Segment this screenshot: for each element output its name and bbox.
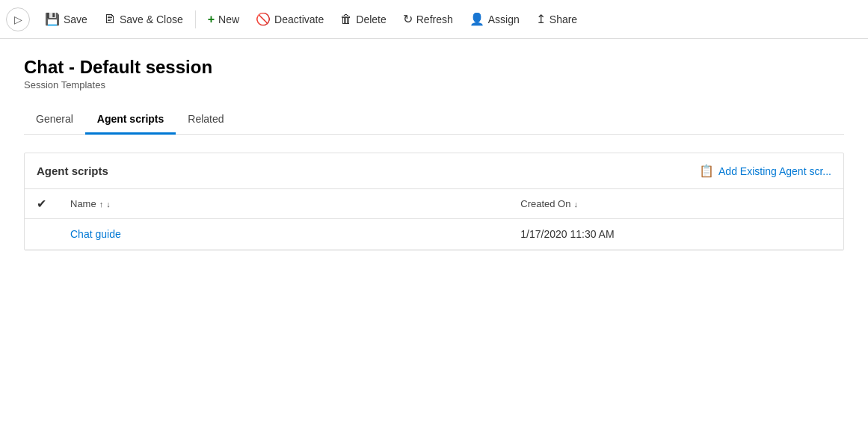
tabs-bar: General Agent scripts Related [24,105,844,135]
col-name-label: Name [70,198,96,209]
main-content: Chat - Default session Session Templates… [0,39,868,251]
new-button[interactable]: + New [200,8,247,31]
row-check-cell[interactable] [25,219,58,250]
agent-script-link[interactable]: Chat guide [70,228,121,240]
add-existing-icon: 📋 [699,164,714,178]
agent-scripts-section: Agent scripts 📋 Add Existing Agent scr..… [24,153,844,251]
col-header-name[interactable]: Name ↑ ↓ [58,189,508,219]
refresh-label: Refresh [416,13,453,25]
page-title: Chat - Default session [24,57,844,78]
deactivate-label: Deactivate [274,13,324,25]
toolbar: ▷ 💾 Save 🖹 Save & Close + New 🚫 Deactiva… [0,0,868,39]
col-header-created-on[interactable]: Created On ↓ [508,189,843,219]
back-icon: ▷ [14,13,22,25]
save-close-label: Save & Close [120,13,183,25]
tab-related[interactable]: Related [176,105,236,135]
share-label: Share [550,13,577,25]
new-icon: + [208,13,215,26]
page-subtitle: Session Templates [24,79,844,90]
section-header: Agent scripts 📋 Add Existing Agent scr..… [25,153,843,189]
save-icon: 💾 [45,12,60,26]
table-header-row: ✔ Name ↑ ↓ Created On ↓ [25,189,843,219]
col-created-on-label: Created On [520,198,570,209]
table-row: Chat guide 1/17/2020 11:30 AM [25,219,843,250]
tab-agent-scripts[interactable]: Agent scripts [85,105,176,135]
save-label: Save [64,13,87,25]
delete-icon: 🗑 [340,13,352,26]
agent-scripts-table: ✔ Name ↑ ↓ Created On ↓ [25,189,843,250]
delete-button[interactable]: 🗑 Delete [333,8,393,31]
tab-general[interactable]: General [24,105,85,135]
save-close-button[interactable]: 🖹 Save & Close [96,8,191,31]
add-existing-agent-script-button[interactable]: 📋 Add Existing Agent scr... [699,164,831,178]
refresh-button[interactable]: ↻ Refresh [395,7,461,31]
deactivate-icon: 🚫 [256,12,271,26]
row-name-cell: Chat guide [58,219,508,250]
created-on-sort-icon: ↓ [573,200,578,209]
back-button[interactable]: ▷ [6,7,30,31]
assign-button[interactable]: 👤 Assign [462,7,527,31]
share-button[interactable]: ↥ Share [529,7,585,31]
add-existing-label: Add Existing Agent scr... [718,165,831,177]
assign-label: Assign [488,13,520,25]
check-all-icon: ✔ [37,197,46,210]
toolbar-separator-1 [195,10,196,28]
deactivate-button[interactable]: 🚫 Deactivate [248,7,331,31]
refresh-icon: ↻ [403,12,413,26]
created-on-value: 1/17/2020 11:30 AM [520,228,614,240]
section-title: Agent scripts [37,165,108,177]
row-created-on-cell: 1/17/2020 11:30 AM [508,219,843,250]
col-header-check: ✔ [25,189,58,219]
share-icon: ↥ [536,12,546,26]
new-label: New [218,13,239,25]
sort-down-icon: ↓ [106,200,111,209]
save-button[interactable]: 💾 Save [37,7,95,31]
sort-up-icon: ↑ [99,200,104,209]
save-close-icon: 🖹 [104,13,116,26]
delete-label: Delete [356,13,386,25]
assign-icon: 👤 [470,12,484,26]
